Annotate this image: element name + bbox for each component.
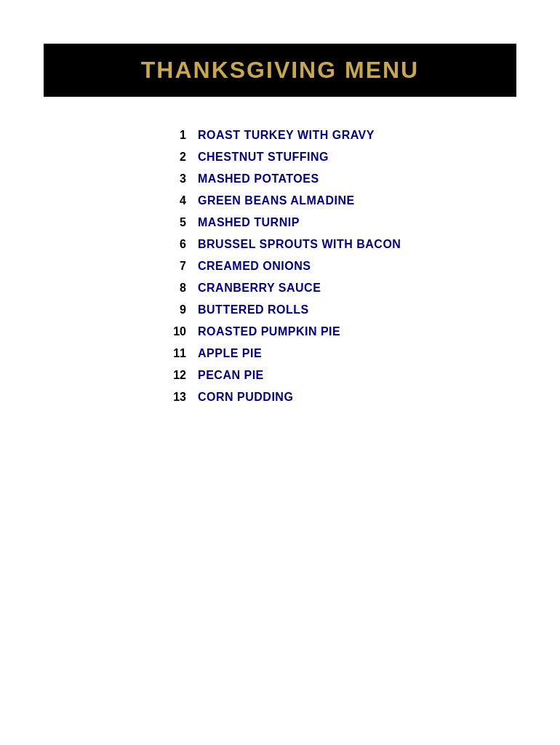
item-name: MASHED TURNIP — [198, 216, 300, 229]
item-name: CORN PUDDING — [198, 391, 293, 404]
item-name: BRUSSEL SPROUTS WITH BACON — [198, 238, 401, 251]
item-name: BUTTERED ROLLS — [198, 303, 309, 316]
item-name: ROASTED PUMPKIN PIE — [198, 325, 340, 338]
item-name: APPLE PIE — [198, 347, 262, 360]
item-number: 3 — [160, 172, 186, 186]
item-name: ROAST TURKEY WITH GRAVY — [198, 129, 375, 142]
menu-item: 1ROAST TURKEY WITH GRAVY — [160, 126, 516, 145]
menu-item: 9BUTTERED ROLLS — [160, 300, 516, 319]
menu-item: 10ROASTED PUMPKIN PIE — [160, 322, 516, 341]
item-number: 10 — [160, 325, 186, 338]
menu-list: 1ROAST TURKEY WITH GRAVY2CHESTNUT STUFFI… — [160, 126, 516, 407]
menu-item: 4GREEN BEANS ALMADINE — [160, 191, 516, 210]
item-name: CREAMED ONIONS — [198, 260, 311, 273]
item-number: 9 — [160, 303, 186, 316]
item-number: 6 — [160, 238, 186, 251]
item-number: 4 — [160, 194, 186, 207]
item-number: 7 — [160, 260, 186, 273]
menu-item: 3MASHED POTATOES — [160, 170, 516, 188]
page-container: THANKSGIVING MENU 1ROAST TURKEY WITH GRA… — [0, 0, 560, 745]
page-title: THANKSGIVING MENU — [141, 57, 419, 83]
menu-item: 11APPLE PIE — [160, 344, 516, 363]
menu-item: 13CORN PUDDING — [160, 388, 516, 407]
menu-item: 5MASHED TURNIP — [160, 213, 516, 232]
menu-item: 6BRUSSEL SPROUTS WITH BACON — [160, 235, 516, 254]
menu-item: 7CREAMED ONIONS — [160, 257, 516, 276]
item-name: MASHED POTATOES — [198, 172, 319, 186]
item-number: 5 — [160, 216, 186, 229]
item-number: 8 — [160, 282, 186, 295]
item-name: CHESTNUT STUFFING — [198, 151, 329, 164]
menu-item: 8CRANBERRY SAUCE — [160, 279, 516, 298]
item-number: 13 — [160, 391, 186, 404]
item-number: 12 — [160, 369, 186, 382]
menu-item: 2CHESTNUT STUFFING — [160, 148, 516, 167]
item-number: 2 — [160, 151, 186, 164]
item-name: PECAN PIE — [198, 369, 264, 382]
item-number: 1 — [160, 129, 186, 142]
header-banner: THANKSGIVING MENU — [44, 44, 516, 97]
item-name: GREEN BEANS ALMADINE — [198, 194, 355, 207]
item-name: CRANBERRY SAUCE — [198, 282, 321, 295]
item-number: 11 — [160, 347, 186, 360]
menu-item: 12PECAN PIE — [160, 366, 516, 385]
